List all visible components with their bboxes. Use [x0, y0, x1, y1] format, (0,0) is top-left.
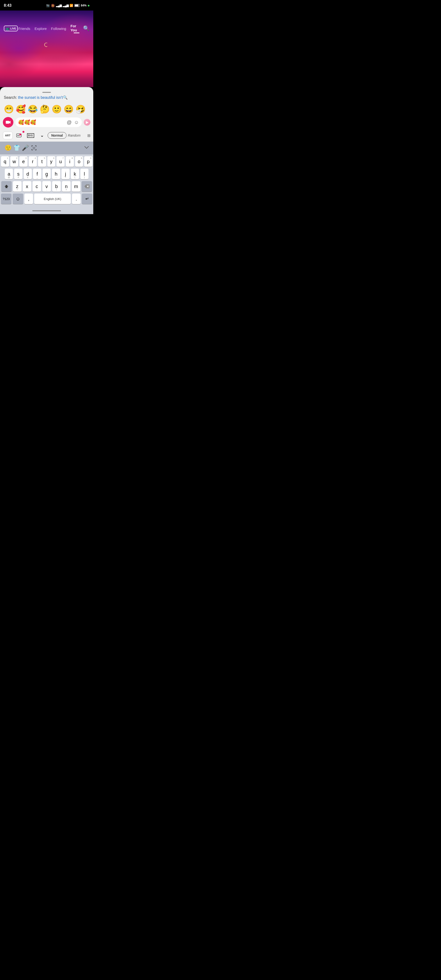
keyboard-dismiss-button[interactable] — [84, 145, 89, 151]
home-bar — [32, 210, 61, 211]
comma-key[interactable]: , — [24, 194, 33, 204]
emoji-picker-icon[interactable]: ☺ — [74, 119, 79, 125]
battery-fill — [75, 5, 78, 6]
face-id-key[interactable] — [30, 143, 38, 152]
key-x[interactable]: x — [23, 181, 31, 192]
live-badge[interactable]: 📺 LIVE — [4, 25, 18, 31]
tab-for-you[interactable]: For You — [70, 23, 83, 34]
key-d[interactable]: £d — [24, 169, 32, 179]
emoji-1[interactable]: 😁 — [4, 105, 14, 113]
shift-key[interactable] — [1, 181, 12, 192]
normal-button[interactable]: Normal — [48, 132, 66, 139]
svg-rect-12 — [32, 149, 32, 150]
key-q[interactable]: 1q — [1, 156, 9, 167]
key-h[interactable]: -h — [52, 169, 60, 179]
emoji-5[interactable]: 🙂 — [52, 105, 62, 113]
key-k[interactable]: (k — [71, 169, 79, 179]
key-t[interactable]: 5t — [38, 156, 46, 167]
face-id-icon — [31, 145, 37, 151]
tab-explore[interactable]: Explore — [34, 25, 47, 32]
key-b[interactable]: !b — [52, 181, 61, 192]
live-label: LIVE — [10, 27, 16, 30]
random-button[interactable]: Random — [68, 134, 81, 137]
more-button[interactable]: ⊞ — [87, 133, 90, 138]
key-m[interactable]: m — [72, 181, 80, 192]
key-u[interactable]: 7u — [56, 156, 65, 167]
key-j[interactable]: +j — [62, 169, 70, 179]
emoji-key[interactable]: ☺ — [13, 194, 23, 204]
swipe-handle-container — [4, 91, 89, 93]
tab-following[interactable]: Following — [51, 25, 67, 32]
svg-point-15 — [35, 147, 35, 148]
svg-rect-13 — [36, 149, 36, 150]
emoji-7[interactable]: 🤧 — [76, 105, 86, 113]
emoji-6[interactable]: 😄 — [63, 105, 74, 113]
at-icon[interactable]: @ — [67, 119, 71, 125]
emoji-face-key[interactable]: 🙂 — [4, 143, 13, 152]
key-s[interactable]: #s — [14, 169, 22, 179]
period-key[interactable]: . — [72, 194, 81, 204]
num123-key[interactable]: ?123 — [1, 194, 11, 204]
svg-rect-10 — [32, 145, 32, 147]
key-o[interactable]: 9o — [75, 156, 83, 167]
comment-input-actions: @ ☺ — [67, 119, 79, 125]
keyboard-row-3: •z x :c ;v !b ?n m — [1, 181, 92, 192]
nav-tabs: Friends Explore Following For You — [18, 23, 83, 34]
wifi-icon: 📶 — [70, 4, 73, 7]
svg-point-14 — [33, 147, 34, 148]
key-y[interactable]: 6y — [48, 156, 56, 167]
hero-image: 📺 LIVE Friends Explore Following For You… — [0, 11, 93, 87]
key-r[interactable]: 4r — [29, 156, 37, 167]
keyboard-bottom-row: ?123 ☺ , English (UK) . ↵ — [1, 194, 92, 204]
art-button[interactable]: ART — [3, 132, 13, 139]
microphone-key[interactable]: 🎤 — [21, 143, 30, 152]
arrow-icon: ▶ — [86, 120, 89, 124]
live-tv-icon: 📺 — [5, 27, 10, 30]
comment-input-box[interactable]: 🥰🥰🥰 @ ☺ — [15, 118, 82, 127]
status-time: 8:43 — [4, 3, 11, 8]
signal-icon-1: ▂▄▆ — [56, 4, 62, 7]
video-icon: 📷 — [46, 4, 50, 7]
nav-left: 📺 LIVE — [4, 25, 18, 31]
comment-row: 🥰🥰🥰 @ ☺ ▶ — [0, 115, 93, 129]
home-indicator — [0, 207, 93, 214]
status-bar: 8:43 📷 🔕 ▂▄▆ ▂▄▆ 📶 84% — [0, 0, 93, 11]
send-button[interactable]: ▶ — [84, 119, 90, 126]
comment-input-text: 🥰🥰🥰 — [18, 120, 67, 125]
delete-key[interactable] — [82, 181, 92, 192]
key-a[interactable]: @a — [5, 169, 13, 179]
search-text-area: Search: the sunset is beautiful isn't🔍 — [4, 95, 89, 100]
tab-friends[interactable]: Friends — [18, 25, 31, 32]
return-key[interactable]: ↵ — [82, 194, 92, 204]
key-n[interactable]: ?n — [62, 181, 71, 192]
ai-badge — [22, 131, 24, 133]
chevron-down-icon — [84, 145, 89, 150]
record-button[interactable] — [3, 117, 13, 127]
emoji-2[interactable]: 🥰 — [16, 105, 26, 113]
big-button[interactable]: BIG — [25, 132, 36, 139]
space-key[interactable]: English (UK) — [34, 194, 71, 204]
battery-percent: 84% — [81, 4, 87, 7]
search-icon[interactable]: 🔍 — [83, 25, 89, 32]
tshirt-key[interactable]: 👕 — [13, 143, 21, 152]
svg-rect-4 — [19, 135, 19, 136]
search-panel: Search: the sunset is beautiful isn't🔍 — [0, 87, 93, 102]
key-c[interactable]: :c — [33, 181, 41, 192]
emoji-3[interactable]: 😂 — [28, 105, 38, 113]
emoji-4[interactable]: 🤔 — [40, 105, 50, 113]
ai-button[interactable] — [14, 132, 24, 139]
key-e[interactable]: 3e — [19, 156, 27, 167]
key-w[interactable]: 2w — [10, 156, 18, 167]
search-query: the sunset is beautiful isn't — [18, 95, 63, 100]
key-i[interactable]: 8i — [66, 156, 74, 167]
dropdown-button[interactable]: ⌄ — [38, 131, 46, 140]
key-f[interactable]: _f — [33, 169, 41, 179]
keyboard: 1q 2w 3e 4r 5t 6y 7u 8i 9o 0p @a #s £d _… — [0, 154, 93, 207]
key-p[interactable]: 0p — [84, 156, 92, 167]
key-g[interactable]: &g — [43, 169, 51, 179]
key-v[interactable]: ;v — [42, 181, 51, 192]
search-cursor: 🔍 — [63, 95, 68, 100]
key-l[interactable]: )l — [80, 169, 89, 179]
key-z[interactable]: •z — [13, 181, 22, 192]
toolbar-row: ART BIG ⌄ Normal Random ⊞ — [0, 129, 93, 142]
